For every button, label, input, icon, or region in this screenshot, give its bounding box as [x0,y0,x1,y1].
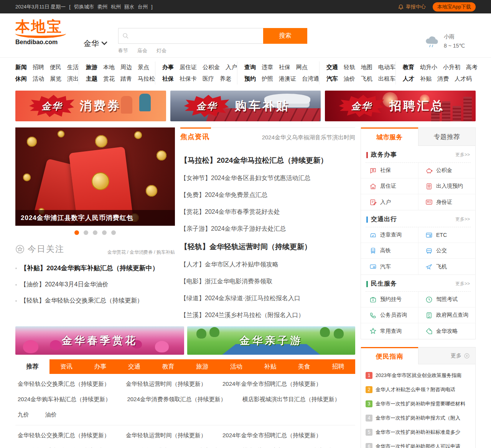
hot-word-chunjie[interactable]: 春节 [118,47,128,54]
nav-link[interactable]: 补贴 [420,73,432,84]
nav-link[interactable]: 小升初 [443,61,460,73]
city-link-hangzhou[interactable]: 杭州 [111,3,121,10]
tab-traffic[interactable]: 交通 [117,359,152,374]
nav-head[interactable]: 社保 [162,73,174,84]
focus-item[interactable]: 【亲子游】2024金华亲子游好去处汇总 [180,225,355,233]
tab-activity[interactable]: 活动 [219,359,254,374]
nav-head[interactable]: 主题 [86,73,97,84]
nav-head[interactable]: 旅游 [86,61,97,73]
focus-headline-link[interactable]: 2024金华义乌幸福湖音乐节演出时间 [262,130,355,141]
tab-city-services[interactable]: 城市服务 [361,127,418,146]
nav-head[interactable]: 交通 [326,61,338,73]
service-changyong[interactable]: 常用查询 [361,323,418,339]
today-item[interactable]: 【轻轨】金华轻轨公交换乘汇总（持续更新） [15,297,175,305]
more-link[interactable]: 更多>> [455,281,470,287]
service-gongjijin[interactable]: 公积金 [418,163,475,179]
nav-link[interactable]: 台湾通 [302,73,319,84]
search-input[interactable] [132,33,259,39]
carousel-dot[interactable] [111,230,116,235]
nav-link[interactable]: 活动 [33,73,44,84]
banner-job-roundup[interactable]: 金华 招聘汇总 [325,91,476,121]
nav-link[interactable]: 消费 [437,73,449,84]
app-download-button[interactable]: 本地宝App下载 [433,2,476,12]
nav-link[interactable]: 展览 [50,73,61,84]
today-item[interactable]: 【油价】2024年3月4日金华油价 [15,281,175,289]
nav-link[interactable]: 公积金 [203,61,220,73]
nav-head[interactable]: 教育 [403,61,414,73]
nav-link[interactable]: 便民 [50,61,61,73]
bottom-link[interactable]: 金华轻轨公交换乘汇总（持续更新） [18,432,110,439]
service-ruhu[interactable]: 入户 [361,194,418,210]
nav-link[interactable]: 居住证 [180,61,197,73]
service-gonglue[interactable]: 金华攻略 [418,323,475,339]
bottom-link[interactable]: 2024年金华全市招聘汇总（持续更新） [222,380,321,388]
service-qiche[interactable]: 汽车 [361,259,418,274]
guide-item[interactable]: 3金华市一次性扩岗补助申报需要哪些材料 [366,397,471,411]
nav-head[interactable]: 预约 [244,73,256,84]
more-link[interactable]: 更多>> [455,216,470,223]
tab-affairs[interactable]: 办事 [83,359,117,374]
carousel-slide[interactable]: 2024金华浦江县数字人民币消费红包 [15,127,175,226]
nav-head[interactable]: 新闻 [15,61,27,73]
nav-link[interactable]: 周边 [120,61,132,73]
nav-link[interactable]: 养老 [220,73,231,84]
tab-news[interactable]: 资讯 [49,359,84,374]
nav-link[interactable]: 社保 [279,61,290,73]
bottom-link[interactable]: 金华轻轨运营时间（持续更新） [126,432,206,439]
bottom-link[interactable]: 2024年金华全市招聘汇总（持续更新） [222,432,321,439]
nav-link[interactable]: 高考 [466,61,478,73]
nav-link[interactable]: 飞机 [361,73,372,84]
nav-head[interactable]: 休闲 [15,73,27,84]
bottom-link[interactable]: 金华轻轨公交换乘汇总（持续更新） [18,380,110,388]
nav-link[interactable]: 电动车 [378,61,395,73]
nav-link[interactable]: 港澳证 [279,73,296,84]
service-feiji[interactable]: 飞机 [418,259,475,274]
nav-link[interactable]: 地图 [361,61,372,73]
nav-head[interactable]: 办事 [162,61,174,73]
nav-link[interactable]: 入户 [226,61,237,73]
tab-food[interactable]: 美食 [287,359,321,374]
carousel-dot[interactable] [102,230,107,235]
service-etc[interactable]: ETC [418,227,475,243]
bottom-link[interactable]: 横店影视城演出节目汇总（持续更新） [242,396,340,403]
guide-item[interactable]: 4金华市一次性扩岗补助申报方式（附入 [366,411,471,425]
nav-link[interactable]: 景点 [138,61,149,73]
focus-item[interactable]: 【轻轨】金华轻轨运营时间（持续更新） [180,242,355,252]
tab-jobs[interactable]: 招聘 [321,359,355,374]
guide-item[interactable]: 5金华市一次性扩岗补助补贴标准是多少 [366,425,471,439]
nav-link[interactable]: 人才码 [455,73,472,84]
carousel-dot[interactable] [74,230,79,235]
service-weizhang[interactable]: 违章查询 [361,227,418,243]
service-jiazhao[interactable]: 驾照考试 [418,292,475,307]
nav-link[interactable]: 出租车 [378,73,395,84]
nav-link[interactable]: 违章 [262,61,273,73]
today-keywords[interactable]: 金华赏花 / 金华消费券 / 购车补贴 [107,249,175,256]
nav-link[interactable]: 本地 [103,61,115,73]
city-link-taizhou[interactable]: 台州 [138,3,148,10]
banner-consumer-coupon[interactable]: 金华 消费券 [15,91,166,121]
nav-link[interactable]: 轻轨 [344,61,355,73]
nav-head[interactable]: 汽车 [326,73,338,84]
guide-more-link[interactable]: 更多 [418,347,475,364]
nav-head[interactable]: 人才 [403,73,414,84]
guide-item[interactable]: 12023年金华市区就业创业政策服务指南 [366,368,471,382]
nav-link[interactable]: 赏花 [103,73,115,84]
site-logo[interactable]: 本地宝 Bendibao.com [15,19,73,57]
bottom-link[interactable]: 金华轻轨运营时间（持续更新） [126,380,206,388]
bottom-link[interactable]: 2024金华消费券领取汇总（持续更新） [127,396,226,403]
city-link-lishui[interactable]: 丽水 [124,3,134,10]
tab-travel[interactable]: 旅游 [185,359,219,374]
service-wangdian[interactable]: 政府网点查询 [418,307,475,323]
hot-word-denghui[interactable]: 灯会 [157,47,166,54]
bottom-link[interactable]: 2024金华购车补贴汇总（持续更新） [18,396,111,403]
service-churujing[interactable]: 出入境预约 [418,179,475,194]
guide-item[interactable]: 2金华人才补贴怎么申领？附咨询电话 [366,382,471,397]
nav-link[interactable]: 生活 [67,61,79,73]
focus-item[interactable]: 【赏花】2024金华市春季赏花好去处 [180,208,355,216]
nav-link[interactable]: 演出 [67,73,79,84]
nav-link[interactable]: 油价 [344,73,355,84]
tab-focus-news[interactable]: 焦点资讯 [180,127,211,144]
guide-item[interactable]: 6金华市一次性扩岗补助那些人可以申请 [366,439,471,448]
today-item[interactable]: 【补贴】2024金华购车补贴汇总（持续更新中） [15,264,175,273]
service-shebao[interactable]: 社保 [361,163,418,179]
